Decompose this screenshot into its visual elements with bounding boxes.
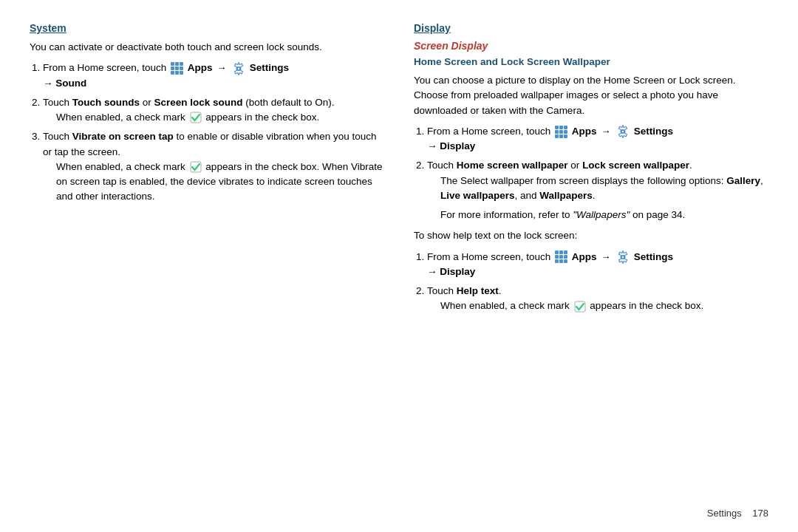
- step2-bold1: Touch sounds: [72, 97, 140, 108]
- rstep1-display-prefix: →: [427, 140, 440, 151]
- rstep2-indent1-text: The Select wallpaper from screen display…: [440, 175, 726, 186]
- rstep2-indent2-post: on page 34.: [630, 209, 685, 220]
- apps-icon-2: [555, 126, 567, 138]
- step1-arrow1: →: [216, 62, 229, 73]
- step2-text: Touch: [43, 97, 72, 108]
- svg-point-10: [622, 256, 624, 258]
- left-step-3: Touch Vibrate on screen tap to enable or…: [43, 129, 384, 204]
- rstep1-arrow1: →: [601, 126, 613, 137]
- rstep2-1-arrow1: →: [601, 251, 613, 262]
- comma2: , and: [515, 190, 540, 201]
- rstep2-bold1: Home screen wallpaper: [457, 160, 568, 171]
- step1-sound-label: Sound: [55, 78, 86, 89]
- rstep1-apps-label: Apps: [572, 126, 597, 137]
- step3-indent: When enabled, a check mark appears in th…: [56, 160, 384, 205]
- step1-settings-label: Settings: [250, 62, 289, 73]
- rstep2-1-apps-label: Apps: [572, 251, 597, 262]
- live-wallpapers-label: Live wallpapers: [440, 190, 515, 201]
- right-steps2: From a Home screen, touch Apps → Setting…: [427, 250, 768, 314]
- footer-page: 178: [752, 508, 768, 519]
- rstep2-2-rest: .: [499, 285, 502, 296]
- svg-point-7: [622, 131, 624, 132]
- right-step1-1: From a Home screen, touch Apps → Setting…: [427, 124, 768, 154]
- rstep2-indent2: For more information, refer to "Wallpape…: [440, 208, 768, 222]
- right-middle-text: To show help text on the lock screen:: [414, 228, 768, 243]
- right-steps1: From a Home screen, touch Apps → Setting…: [427, 124, 768, 223]
- right-step1-2: Touch Home screen wallpaper or Lock scre…: [427, 158, 768, 222]
- rstep2-1-display-label: Display: [440, 266, 475, 277]
- rstep2-or: or: [568, 160, 583, 171]
- step2-bold2: Screen lock sound: [154, 97, 243, 108]
- rstep1-text-before: From a Home screen, touch: [427, 126, 550, 137]
- left-intro: You can activate or deactivate both touc…: [30, 40, 384, 55]
- help-text-label: Help text: [457, 285, 499, 296]
- rstep2-rest: .: [689, 160, 692, 171]
- wallpapers-label: Wallpapers: [539, 190, 593, 201]
- rstep2-1-text-before: From a Home screen, touch: [427, 251, 550, 262]
- period: .: [593, 190, 596, 201]
- rstep2-2-indent: When enabled, a check mark appears in th…: [440, 299, 768, 313]
- svg-point-2: [238, 67, 239, 69]
- step2-indent: When enabled, a check mark appears in th…: [56, 110, 384, 125]
- checkmark-icon-2: [190, 161, 202, 173]
- rstep1-settings-label: Settings: [634, 126, 673, 137]
- step1-sound-prefix: →: [43, 78, 55, 89]
- right-step2-2: Touch Help text. When enabled, a check m…: [427, 284, 768, 314]
- settings-icon-2: [616, 125, 630, 138]
- page-layout: System You can activate or deactivate bo…: [30, 22, 768, 517]
- right-column: Display Screen Display Home Screen and L…: [414, 22, 768, 517]
- right-section-title: Display: [414, 22, 768, 34]
- step1-text-before: From a Home screen, touch: [43, 62, 166, 73]
- rstep2-1-display-prefix: →: [427, 266, 440, 277]
- left-step-1: From a Home screen, touch Apps → Setting…: [43, 61, 384, 91]
- page-footer: Settings 178: [707, 508, 768, 519]
- rstep2-text: Touch: [427, 160, 457, 171]
- rstep2-indent1: The Select wallpaper from screen display…: [440, 174, 768, 204]
- rstep2-2-indent-rest: appears in the check box.: [590, 300, 703, 311]
- left-steps: From a Home screen, touch Apps → Setting…: [43, 61, 384, 204]
- rstep1-display-label: Display: [440, 140, 475, 151]
- checkmark-icon-1: [190, 112, 202, 123]
- step3-bold1: Vibrate on screen tap: [72, 131, 174, 142]
- right-subsubsection-title: Home Screen and Lock Screen Wallpaper: [414, 56, 768, 67]
- step1-apps-label: Apps: [188, 62, 213, 73]
- right-intro: You can choose a picture to display on t…: [414, 73, 768, 118]
- settings-icon-3: [616, 250, 630, 264]
- step3-indent1-pre: When enabled, a check mark: [56, 161, 188, 172]
- left-section-title: System: [30, 22, 384, 34]
- right-subsection-title: Screen Display: [414, 40, 768, 52]
- comma1: ,: [760, 175, 763, 186]
- step2-indent-text: When enabled, a check mark: [56, 112, 188, 123]
- left-step-2: Touch Touch sounds or Screen lock sound …: [43, 95, 384, 126]
- step2-or: or: [140, 97, 154, 108]
- step2-indent-rest: appears in the check box.: [205, 112, 319, 123]
- apps-icon-3: [555, 250, 567, 263]
- step2-rest: (both default to On).: [243, 97, 335, 108]
- checkmark-icon-3: [574, 301, 586, 313]
- left-column: System You can activate or deactivate bo…: [30, 22, 384, 517]
- rstep2-indent2-pre: For more information, refer to: [440, 209, 573, 220]
- gallery-label: Gallery: [726, 175, 760, 186]
- rstep2-2-indent-pre: When enabled, a check mark: [440, 300, 573, 311]
- rstep2-bold2: Lock screen wallpaper: [582, 160, 689, 171]
- wallpapers-italic: "Wallpapers": [573, 209, 630, 220]
- step3-text: Touch: [43, 131, 72, 142]
- rstep2-1-settings-label: Settings: [634, 251, 673, 262]
- right-step2-1: From a Home screen, touch Apps → Setting…: [427, 250, 768, 280]
- rstep2-2-text: Touch: [427, 285, 457, 296]
- apps-icon-1: [171, 62, 183, 75]
- footer-label: Settings: [707, 508, 742, 519]
- settings-icon-1: [232, 62, 245, 75]
